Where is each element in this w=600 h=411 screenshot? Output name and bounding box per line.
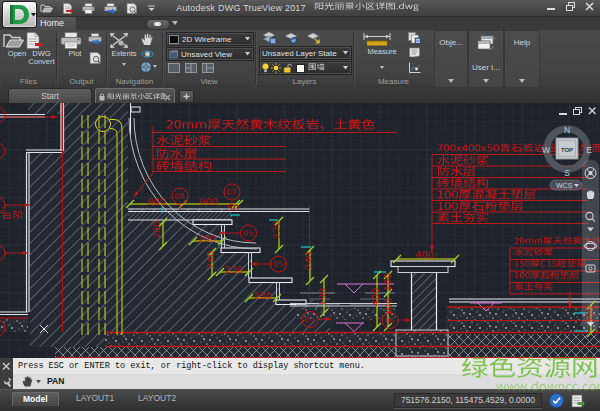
area-button[interactable]: [408, 62, 421, 74]
named-view-combo[interactable]: Unsaved View: [166, 47, 254, 61]
navigation-wheel-icon: [140, 61, 152, 73]
list-icon: [408, 47, 421, 59]
navigation-bar[interactable]: [582, 160, 599, 332]
preview-icon: [89, 52, 102, 64]
command-wrench-icon[interactable]: [2, 377, 12, 387]
minimize-button[interactable]: [547, 2, 556, 11]
navbar-pan-icon: [587, 191, 594, 200]
list-button[interactable]: [408, 47, 421, 59]
active-document-tab[interactable]: [95, 88, 175, 104]
pan-button[interactable]: [141, 33, 153, 46]
viewcube-west: W: [542, 145, 550, 155]
layer-combo[interactable]: [259, 61, 352, 75]
hatch-top-left: [28, 103, 62, 114]
ribbon-panel-output: Plot Output: [58, 30, 105, 76]
dwg-convert-icon: [25, 32, 43, 49]
wcs-dropdown[interactable]: WCS: [550, 180, 582, 190]
close-button[interactable]: [585, 2, 594, 11]
qat-customize-button chevron-down-icon[interactable]: [147, 4, 156, 13]
named-view-value: Unsaved View: [181, 50, 232, 59]
ribbon-display-toggle[interactable]: [146, 19, 170, 30]
plot-button-label: Plot: [60, 50, 90, 58]
open-button folder-open-icon[interactable]: [40, 3, 53, 13]
layer-name-text: [309, 63, 325, 70]
files-panel-label: Files: [2, 76, 55, 87]
doc-minimize-icon: [559, 113, 567, 115]
plot-preview-button[interactable]: [89, 52, 102, 64]
printer-icon: [60, 32, 82, 49]
chevron-down-icon: [245, 37, 251, 41]
visual-style-value: 2D Wireframe: [182, 35, 231, 44]
tab-close-icon[interactable]: [164, 94, 171, 101]
command-close-icon[interactable]: [2, 362, 11, 371]
ribbon-panel-user-interface[interactable]: User I...: [468, 30, 504, 88]
viewport-restore-icon[interactable]: [202, 63, 214, 73]
document-name: [314, 2, 424, 13]
batch-plot-button printer-arrow-icon[interactable]: [104, 3, 117, 14]
ribbon-toggle-arrow chevron-down-icon[interactable]: [172, 21, 179, 26]
command-prompt-row[interactable]: Press ESC or ENTER to exit, or right-cli…: [13, 358, 600, 375]
layer-properties-icon[interactable]: [262, 32, 276, 44]
layer-state-icon[interactable]: [284, 32, 298, 44]
model-tab[interactable]: Model: [12, 392, 59, 406]
application-menu-button[interactable]: [2, 1, 37, 28]
pan-hand-icon: [141, 33, 153, 46]
area-chart-icon: [408, 62, 421, 74]
status-bar: Model LAYOUT1 LAYOUT2 751576.2150, 11547…: [0, 389, 600, 411]
orbit-button[interactable]: [141, 48, 154, 60]
ribbon-panel-object[interactable]: Obje...: [434, 30, 468, 88]
sun-icon: [271, 63, 281, 73]
dropdown-arrow: [380, 66, 385, 70]
layer-state-combo[interactable]: Unsaved Layer State: [259, 46, 352, 60]
layout1-tab[interactable]: LAYOUT1: [66, 392, 124, 405]
concrete-band-right-lower: [447, 321, 600, 332]
layers-panel-label: Layers: [257, 76, 352, 87]
extents-label: Extents: [109, 50, 139, 58]
viewport-join-icon[interactable]: [185, 63, 197, 73]
plus-icon: [184, 94, 190, 100]
layer-name-value: [308, 63, 328, 73]
layer-isolate-icon[interactable]: [306, 32, 320, 44]
plot-button[interactable]: Plot: [60, 32, 90, 58]
plot-preview-button preview-icon[interactable]: [126, 3, 138, 14]
ribbon-panel-view: 2D Wireframe Unsaved View View: [164, 30, 254, 76]
quick-select-button[interactable]: [408, 32, 421, 44]
measure-icon: [362, 32, 392, 47]
zoom-extents-button[interactable]: Extents: [109, 32, 139, 58]
measure-label: Measure: [362, 48, 402, 56]
command-input-row[interactable]: PAN: [13, 374, 600, 389]
dwg-convert-button[interactable]: DWGConvert: [25, 32, 58, 66]
orbit-icon: [141, 48, 154, 60]
ribbon-panel-layers: Unsaved Layer State Layers: [257, 30, 352, 76]
dwg-convert-button dwg-convert-icon[interactable]: [62, 3, 73, 14]
batch-plot-button[interactable]: [88, 33, 102, 45]
document-tab-bar: Start: [0, 87, 600, 104]
panel-expand-arrow: [519, 79, 526, 84]
start-tab[interactable]: Start: [8, 88, 92, 104]
copy-pages-icon: [408, 32, 421, 44]
dropdown-arrow: [122, 63, 127, 67]
output-panel-label: Output: [58, 76, 105, 87]
active-command-label: PAN: [47, 374, 64, 389]
viewport-single-icon[interactable]: [168, 63, 180, 73]
plot-button printer-icon[interactable]: [82, 3, 95, 14]
ribbon-panel-navigation: Extents Navigation: [108, 30, 161, 76]
steering-wheel-button[interactable]: [140, 61, 152, 73]
viewcube-south: S: [564, 168, 570, 178]
layout2-tab[interactable]: LAYOUT2: [128, 392, 186, 405]
maximize-button[interactable]: [566, 2, 575, 11]
annotation-monitor-icon[interactable]: [549, 393, 564, 408]
zoom-extents-icon: [109, 32, 129, 49]
document-name-text: [315, 2, 419, 11]
clean-screen-icon[interactable]: [571, 394, 586, 408]
active-tab-text: [108, 93, 165, 99]
dropdown-arrow[interactable]: [153, 65, 158, 69]
ribbon-panel-help[interactable]: Help: [504, 30, 540, 88]
pan-command-icon: [22, 376, 33, 387]
command-dropdown-arrow chevron-down-icon[interactable]: [36, 380, 42, 384]
model-space-canvas[interactable]: TOP N S W E WCS: [0, 103, 600, 358]
wcs-label: WCS: [556, 182, 573, 189]
new-tab-button[interactable]: [179, 90, 194, 103]
visual-style-combo[interactable]: 2D Wireframe: [166, 32, 254, 46]
measure-button[interactable]: Measure: [362, 32, 402, 56]
